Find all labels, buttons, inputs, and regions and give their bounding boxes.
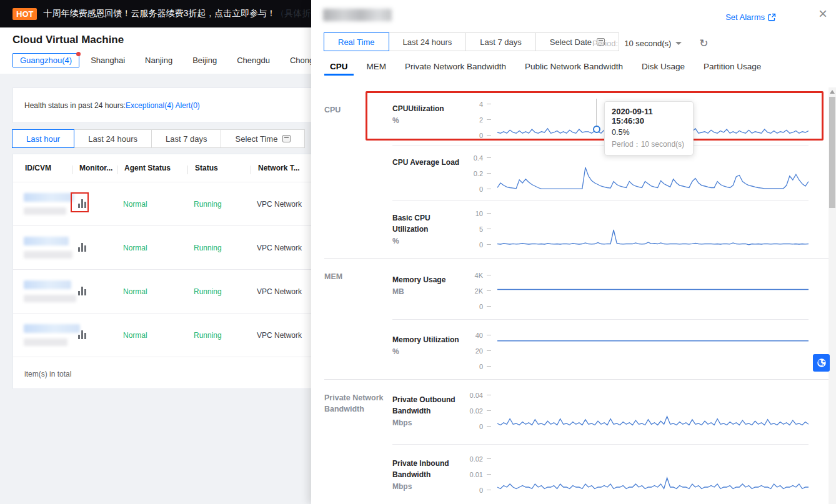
drawer-tab-real-time[interactable]: Real Time <box>324 32 389 51</box>
tooltip-timestamp: 2020-09-11 15:46:30 <box>612 107 686 126</box>
instance-table: ID/CVM Monitor... Agent Status Status Ne… <box>12 154 337 389</box>
y-axis-ticks: 0.02 0.01 0 <box>462 455 491 493</box>
chart-cpu-average-load[interactable]: CPU Average Load 0.4 0.2 0 <box>392 146 809 200</box>
chart-title: Memory Usage <box>392 274 462 285</box>
health-status-link[interactable]: Exceptional(4) Alert(0) <box>126 101 200 110</box>
region-tab-guangzhou[interactable]: Guangzhou(4) <box>12 53 79 67</box>
line-chart[interactable] <box>497 209 809 248</box>
agent-status: Normal <box>123 287 194 296</box>
monitor-icon[interactable] <box>78 242 87 252</box>
chart-unit: MB <box>392 286 462 297</box>
time-range-tabs: Last hour Last 24 hours Last 7 days Sele… <box>12 129 305 148</box>
monitor-icon[interactable] <box>78 198 87 208</box>
instance-status: Running <box>194 244 257 252</box>
instance-id-redacted[interactable] <box>24 237 78 259</box>
set-alarms-link[interactable]: Set Alarms <box>725 12 776 22</box>
calendar-icon <box>282 135 291 142</box>
time-tab-last-hour[interactable]: Last hour <box>12 129 74 148</box>
agent-status: Normal <box>123 244 194 252</box>
chart-private-outbound-bandwidth[interactable]: Private Outbound Bandwidth Mbps 0.04 0.0… <box>392 380 809 445</box>
chart-cpu-utilization[interactable]: CPUUtilization % 4 2 0 <box>392 92 809 146</box>
table-header-row: ID/CVM Monitor... Agent Status Status Ne… <box>13 154 337 182</box>
period-select[interactable]: 10 second(s) <box>624 39 682 48</box>
refresh-icon[interactable]: ↻ <box>699 37 708 50</box>
instance-status: Running <box>194 287 257 296</box>
drawer-time-tabs: Real Time Last 24 hours Last 7 days Sele… <box>324 32 619 51</box>
chart-title: Memory Utilization <box>392 334 462 345</box>
monitor-drawer: Set Alarms × Real Time Last 24 hours Las… <box>311 0 836 504</box>
metric-tab-partition-usage[interactable]: Partition Usage <box>704 62 761 76</box>
chart-hover-marker <box>593 126 600 133</box>
globe-button[interactable] <box>813 354 830 372</box>
chart-title: Basic CPU Utilization <box>392 212 462 235</box>
col-header-status: Status <box>194 164 257 172</box>
metric-tab-cpu[interactable]: CPU <box>330 62 348 76</box>
metric-tab-disk-usage[interactable]: Disk Usage <box>642 62 685 76</box>
metric-tab-mem[interactable]: MEM <box>367 62 387 76</box>
chart-memory-usage[interactable]: Memory Usage MB 4K 2K 0 <box>392 259 809 320</box>
monitor-icon[interactable] <box>78 285 87 295</box>
page: HOT 十周年续费感恩回馈！云服务器续费3折起，点击立即参与！ （具体折扣以页面… <box>0 0 836 504</box>
health-status-card: Health status in past 24 hours:Exception… <box>12 87 337 123</box>
scrollbar-up-arrow[interactable] <box>830 90 835 94</box>
chevron-down-icon <box>675 42 682 45</box>
drawer-tab-last-24-hours[interactable]: Last 24 hours <box>389 32 467 51</box>
metric-tabs: CPU MEM Private Network Bandwidth Public… <box>330 60 780 76</box>
time-tab-last-24-hours[interactable]: Last 24 hours <box>74 129 152 148</box>
table-row: Normal Running VPC Network <box>13 269 337 313</box>
chart-unit: % <box>392 346 462 357</box>
instance-id-redacted[interactable] <box>24 324 78 346</box>
chart-title: CPUUtilization <box>392 103 462 114</box>
section-mem: MEM Memory Usage MB 4K 2K 0 <box>311 259 829 379</box>
instance-id-redacted[interactable] <box>24 280 78 302</box>
chart-unit: % <box>392 235 462 247</box>
metric-tab-private-network-bandwidth[interactable]: Private Network Bandwidth <box>405 62 506 76</box>
y-axis-ticks: 4 2 0 <box>462 100 491 139</box>
time-tab-select-time[interactable]: Select Time <box>221 129 305 148</box>
scrollbar-thumb[interactable] <box>829 97 835 208</box>
health-status-text: Health status in past 24 hours: <box>24 101 126 110</box>
region-tab-beijing[interactable]: Beijing <box>192 56 217 65</box>
period-label: Period: <box>592 39 618 48</box>
time-tab-last-7-days[interactable]: Last 7 days <box>151 129 222 148</box>
chart-title: CPU Average Load <box>392 157 462 168</box>
tooltip-period: Period：10 second(s) <box>612 139 686 150</box>
agent-status: Normal <box>123 331 194 340</box>
line-chart[interactable] <box>497 154 809 192</box>
tooltip-value: 0.5% <box>612 128 686 137</box>
drawer-title-redacted <box>323 9 392 21</box>
table-row: Normal Running VPC Network <box>13 182 337 225</box>
section-cpu: CPU CPUUtilization % 4 2 0 <box>311 76 829 258</box>
table-row: Normal Running VPC Network <box>13 225 337 269</box>
chart-unit: Mbps <box>392 481 462 492</box>
chart-unit: Mbps <box>392 417 462 428</box>
chart-tooltip: 2020-09-11 15:46:30 0.5% Period：10 secon… <box>604 101 694 156</box>
region-tab-chengdu[interactable]: Chengdu <box>237 56 270 65</box>
region-tab-shanghai[interactable]: Shanghai <box>91 56 125 65</box>
external-link-icon <box>768 13 776 21</box>
line-chart[interactable] <box>497 331 809 370</box>
chart-title: Private Outbound Bandwidth <box>392 394 462 417</box>
scrollbar[interactable] <box>829 87 836 504</box>
chart-memory-utilization[interactable]: Memory Utilization % 40 20 0 <box>392 320 809 379</box>
col-header-agent-status: Agent Status <box>123 164 194 172</box>
section-label: MEM <box>311 259 392 379</box>
page-title: Cloud Virtual Machine <box>12 34 124 46</box>
section-private-network-bandwidth: Private Network Bandwidth Private Outbou… <box>311 380 829 504</box>
line-chart[interactable] <box>497 271 809 310</box>
hot-badge: HOT <box>12 8 37 20</box>
line-chart[interactable] <box>497 455 809 493</box>
drawer-tab-last-7-days[interactable]: Last 7 days <box>465 32 536 51</box>
charts-area: CPU CPUUtilization % 4 2 0 <box>311 76 829 504</box>
region-tab-nanjing[interactable]: Nanjing <box>145 56 172 65</box>
y-axis-ticks: 4K 2K 0 <box>462 271 491 310</box>
metric-tab-public-network-bandwidth[interactable]: Public Network Bandwidth <box>525 62 623 76</box>
close-icon[interactable]: × <box>819 6 827 21</box>
table-footer: item(s) in total <box>13 357 337 389</box>
chart-private-inbound-bandwidth[interactable]: Private Inbound Bandwidth Mbps 0.02 0.01… <box>392 445 809 504</box>
y-axis-ticks: 10 5 0 <box>462 209 491 248</box>
chart-title: Private Inbound Bandwidth <box>392 458 462 480</box>
chart-basic-cpu-utilization[interactable]: Basic CPU Utilization % 10 5 0 <box>392 200 809 258</box>
line-chart[interactable] <box>497 391 809 430</box>
instance-id-redacted[interactable] <box>24 193 78 215</box>
